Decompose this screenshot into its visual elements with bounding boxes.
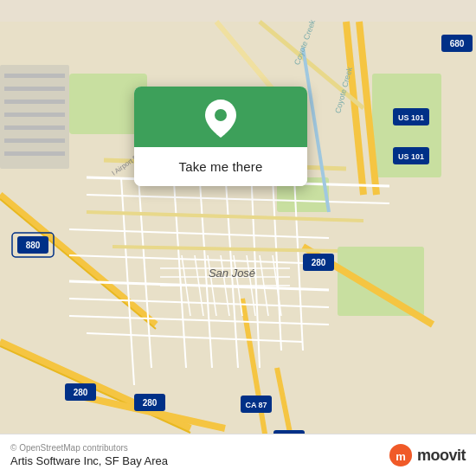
popup-card: Take me there	[134, 87, 307, 186]
bottom-left: © OpenStreetMap contributors Artis Softw…	[10, 443, 168, 467]
popup-header	[134, 87, 307, 147]
svg-point-79	[215, 109, 227, 121]
svg-rect-11	[4, 138, 65, 143]
location-pin-icon	[204, 102, 237, 135]
svg-text:CA 87: CA 87	[245, 401, 267, 409]
moovit-wordmark: moovit	[417, 447, 466, 465]
moovit-icon: m	[389, 443, 413, 467]
svg-text:680: 680	[450, 39, 465, 48]
svg-text:m: m	[396, 450, 406, 463]
svg-rect-3	[338, 247, 424, 316]
svg-rect-9	[4, 113, 65, 117]
copyright-text: © OpenStreetMap contributors	[10, 443, 168, 453]
svg-text:San José: San José	[209, 267, 255, 280]
svg-rect-6	[4, 74, 65, 78]
svg-text:US 101: US 101	[398, 113, 424, 122]
map-container: 880 280 280 280 680 US 101 US 101 CA 87 …	[0, 0, 476, 476]
map-background: 880 280 280 280 680 US 101 US 101 CA 87 …	[0, 0, 476, 476]
svg-rect-7	[4, 87, 65, 91]
bottom-bar: © OpenStreetMap contributors Artis Softw…	[0, 434, 476, 476]
svg-rect-12	[4, 151, 65, 156]
moovit-logo: m moovit	[389, 443, 466, 467]
location-label: Artis Software Inc, SF Bay Area	[10, 454, 168, 467]
svg-text:280: 280	[312, 258, 326, 267]
svg-rect-10	[4, 125, 65, 130]
svg-rect-8	[4, 100, 65, 104]
take-me-there-button[interactable]: Take me there	[134, 147, 307, 186]
svg-text:US 101: US 101	[398, 152, 424, 161]
svg-text:280: 280	[74, 388, 88, 397]
svg-text:280: 280	[143, 398, 158, 408]
svg-text:880: 880	[26, 241, 41, 250]
